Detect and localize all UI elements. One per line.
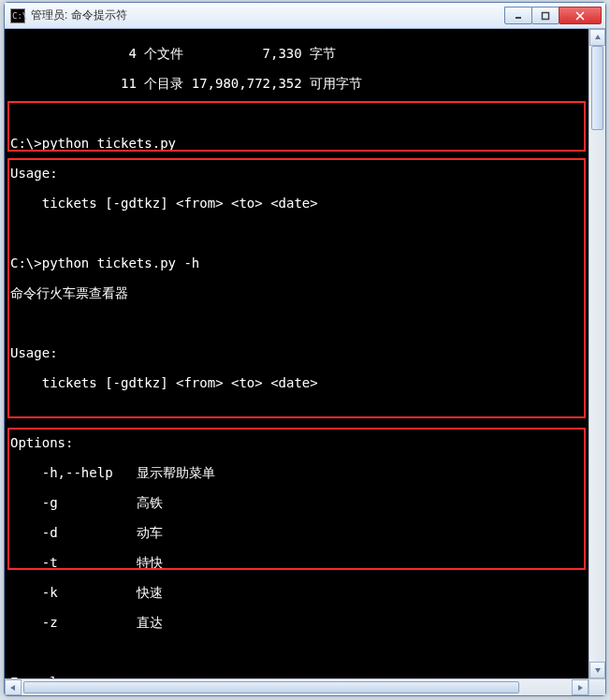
vertical-scrollbar[interactable] xyxy=(588,29,605,678)
svg-rect-1 xyxy=(543,12,549,19)
blank xyxy=(10,226,583,241)
usage-hdr-1: Usage: xyxy=(10,166,583,181)
option-k: -k 快速 xyxy=(10,585,583,600)
blank xyxy=(10,405,583,420)
terminal-output[interactable]: 4 个文件 7,330 字节 11 个目录 17,980,772,352 可用字… xyxy=(5,29,588,678)
summary-files: 4 个文件 7,330 字节 xyxy=(10,46,583,61)
maximize-button[interactable] xyxy=(531,7,559,24)
option-d: -d 动车 xyxy=(10,525,583,540)
horizontal-scrollbar[interactable] xyxy=(5,678,588,695)
scrollbar-corner xyxy=(588,678,605,695)
vscroll-track[interactable] xyxy=(589,46,605,662)
option-help: -h,--help 显示帮助菜单 xyxy=(10,465,583,480)
command-prompt-window: C:\ 管理员: 命令提示符 4 个文件 7,330 字节 11 个目录 17,… xyxy=(4,2,606,696)
cmd-1: C:\>python tickets.py xyxy=(10,136,583,151)
options-hdr: Options: xyxy=(10,435,583,450)
summary-dirs: 11 个目录 17,980,772,352 可用字节 xyxy=(10,76,583,91)
scroll-down-button[interactable] xyxy=(589,662,605,678)
svg-marker-4 xyxy=(595,35,601,39)
window-buttons xyxy=(505,7,602,24)
blank xyxy=(10,645,583,660)
app-icon: C:\ xyxy=(10,8,25,23)
option-t: -t 特快 xyxy=(10,555,583,570)
svg-marker-5 xyxy=(595,668,601,673)
cmd-2: C:\>python tickets.py -h xyxy=(10,255,583,270)
client-area: 4 个文件 7,330 字节 11 个目录 17,980,772,352 可用字… xyxy=(5,29,605,695)
svg-marker-6 xyxy=(10,685,15,691)
scroll-right-button[interactable] xyxy=(572,679,588,695)
minimize-button[interactable] xyxy=(504,7,532,24)
usage-line-2: tickets [-gdtkz] <from> <to> <date> xyxy=(10,375,583,390)
vscroll-thumb[interactable] xyxy=(591,46,603,130)
close-button[interactable] xyxy=(559,7,602,24)
titlebar[interactable]: C:\ 管理员: 命令提示符 xyxy=(5,3,605,29)
hscroll-thumb[interactable] xyxy=(23,681,519,693)
option-g: -g 高铁 xyxy=(10,495,583,510)
window-title: 管理员: 命令提示符 xyxy=(31,7,505,23)
blank xyxy=(10,315,583,330)
usage-line-1: tickets [-gdtkz] <from> <to> <date> xyxy=(10,196,583,211)
scroll-left-button[interactable] xyxy=(5,679,22,695)
app-title: 命令行火车票查看器 xyxy=(10,285,583,300)
option-z: -z 直达 xyxy=(10,615,583,630)
usage-hdr-2: Usage: xyxy=(10,345,583,360)
scroll-up-button[interactable] xyxy=(589,29,605,46)
blank xyxy=(10,106,583,121)
svg-marker-7 xyxy=(578,685,583,691)
